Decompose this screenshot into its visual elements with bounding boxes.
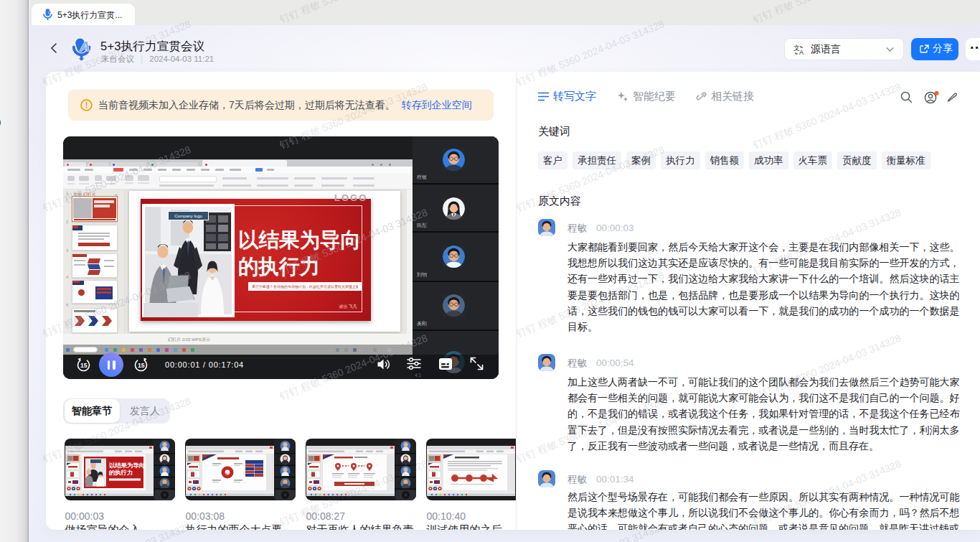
svg-text:以结果为导向: 以结果为导向 [109, 462, 145, 469]
svg-text:执行: 执行 [225, 472, 231, 475]
svg-text:A: A [799, 49, 804, 56]
svg-text:15: 15 [80, 362, 88, 369]
svg-text:A: A [80, 39, 90, 54]
svg-text:的执行力: 的执行力 [109, 469, 133, 476]
svg-text:15: 15 [138, 362, 145, 369]
